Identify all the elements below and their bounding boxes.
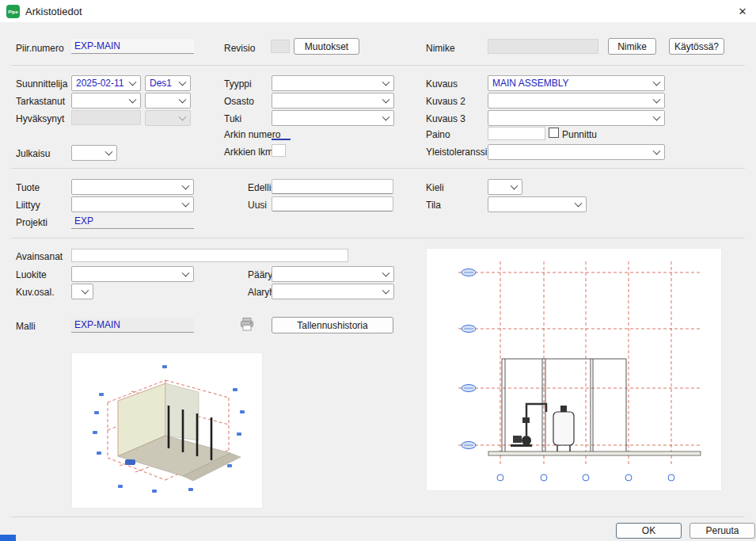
chevron-down-icon	[653, 78, 661, 86]
app-icon: Pipe	[6, 5, 20, 18]
chevron-down-icon	[653, 113, 661, 121]
julkaisu-label: Julkaisu	[16, 147, 50, 160]
tila-label: Tila	[426, 199, 441, 211]
tuote-select[interactable]	[71, 179, 194, 195]
chevron-down-icon	[182, 182, 190, 190]
paaryhma-select[interactable]	[272, 266, 394, 282]
kuvaus-value: MAIN ASSEMBLY	[492, 78, 568, 89]
paino-field[interactable]	[488, 127, 545, 140]
ok-button[interactable]: OK	[616, 523, 682, 539]
tuki-select[interactable]	[272, 110, 394, 126]
tarkastanut-date-select[interactable]	[71, 93, 141, 109]
arkkien-lkm-label: Arkkien lkm	[224, 146, 273, 158]
elevation-preview-drawing	[427, 249, 721, 490]
yleistoleranssi-label: Yleistoleranssi	[426, 146, 487, 158]
separator	[11, 516, 745, 517]
chevron-down-icon	[653, 147, 661, 155]
revisio-field[interactable]	[271, 40, 290, 53]
separator	[11, 65, 745, 66]
suunnittelija-label: Suunnittelija	[16, 78, 67, 90]
chevron-down-icon	[179, 78, 187, 86]
liittyy-select[interactable]	[71, 196, 194, 212]
tuote-label: Tuote	[16, 181, 40, 194]
tyyppi-label: Tyyppi	[224, 78, 252, 90]
chevron-down-icon	[105, 148, 113, 156]
chevron-down-icon	[511, 182, 519, 190]
chevron-down-icon	[382, 287, 390, 295]
elevation-preview	[426, 248, 722, 491]
kuv-osal-select[interactable]	[71, 284, 93, 299]
chevron-down-icon	[382, 78, 390, 86]
tarkastanut-person-select[interactable]	[145, 93, 191, 109]
avainsanat-label: Avainsanat	[16, 250, 63, 263]
chevron-down-icon	[129, 96, 137, 104]
tyyppi-select[interactable]	[272, 75, 394, 91]
suunnittelija-designer-value: Des1	[150, 78, 172, 89]
uusi-field[interactable]	[272, 196, 393, 211]
kieli-select[interactable]	[488, 179, 522, 195]
taskbar-fragment	[0, 535, 16, 541]
close-icon[interactable]: ✕	[729, 0, 756, 22]
printer-icon[interactable]	[239, 317, 255, 335]
nimike-button[interactable]: Nimike	[608, 38, 656, 55]
chevron-down-icon	[182, 269, 190, 277]
chevron-down-icon	[653, 96, 661, 104]
avainsanat-field[interactable]	[71, 249, 348, 262]
separator	[11, 168, 745, 169]
pump-marker	[125, 459, 135, 465]
arkin-numero-field[interactable]	[272, 128, 291, 140]
piir-numero-label: Piir.numero	[16, 42, 64, 55]
kuvaus2-select[interactable]	[488, 93, 665, 109]
liittyy-label: Liittyy	[16, 199, 40, 211]
luokite-label: Luokite	[16, 269, 47, 281]
window-title: Arkistotiedot	[25, 6, 82, 17]
kuvaus2-label: Kuvaus 2	[426, 95, 465, 108]
alaryhma-select[interactable]	[272, 284, 394, 299]
arkkien-lkm-field[interactable]	[272, 144, 286, 157]
kieli-label: Kieli	[426, 181, 444, 194]
suunnittelija-designer-select[interactable]: Des1	[145, 75, 191, 91]
chevron-down-icon	[82, 287, 89, 295]
piir-numero-field[interactable]: EXP-MAIN	[71, 39, 194, 54]
kuvaus3-label: Kuvaus 3	[426, 112, 465, 125]
punnittu-label: Punnittu	[562, 128, 597, 141]
separator	[11, 238, 745, 238]
suunnittelija-date-select[interactable]: 2025-02-11	[71, 75, 141, 91]
nimike-field[interactable]	[488, 39, 598, 54]
yleistoleranssi-select[interactable]	[488, 144, 665, 160]
tila-select[interactable]	[488, 196, 587, 212]
nimike-label: Nimike	[426, 42, 455, 55]
kuvaus3-select[interactable]	[488, 110, 665, 126]
uusi-label: Uusi	[248, 199, 267, 211]
punnittu-checkbox[interactable]	[549, 128, 559, 138]
tallennushistoria-button[interactable]: Tallennushistoria	[272, 317, 393, 333]
kuv-osal-label: Kuv.osal.	[16, 286, 54, 299]
kaytossa-button[interactable]: Käytössä?	[669, 38, 724, 55]
osasto-label: Osasto	[224, 95, 254, 108]
revisio-label: Revisio	[224, 42, 255, 55]
malli-field[interactable]: EXP-MAIN	[71, 318, 194, 333]
projekti-label: Projekti	[16, 216, 47, 229]
projekti-value: EXP	[71, 214, 194, 229]
chevron-down-icon	[382, 113, 390, 121]
chevron-down-icon	[575, 200, 583, 208]
edellinen-field[interactable]	[272, 179, 393, 194]
chevron-down-icon	[129, 78, 137, 86]
luokite-select[interactable]	[71, 266, 194, 282]
paino-label: Paino	[426, 128, 450, 141]
chevron-down-icon	[382, 96, 390, 104]
arkistotiedot-dialog: Pipe Arkistotiedot ✕ Piir.numero EXP-MAI…	[0, 0, 756, 541]
julkaisu-select[interactable]	[71, 145, 117, 161]
chevron-down-icon	[179, 96, 187, 104]
chevron-down-icon	[382, 269, 390, 277]
suunnittelija-date-value: 2025-02-11	[76, 78, 124, 89]
kuvaus-label: Kuvaus	[426, 78, 458, 90]
muutokset-button[interactable]: Muutokset	[294, 38, 359, 55]
tarkastanut-label: Tarkastanut	[16, 95, 65, 108]
malli-label: Malli	[16, 320, 36, 333]
title-bar: Pipe Arkistotiedot ✕	[0, 0, 756, 22]
hyvaksynyt-date-field	[71, 110, 141, 125]
peruuta-button[interactable]: Peruuta	[690, 523, 755, 539]
kuvaus-select[interactable]: MAIN ASSEMBLY	[488, 75, 665, 91]
osasto-select[interactable]	[272, 93, 394, 109]
